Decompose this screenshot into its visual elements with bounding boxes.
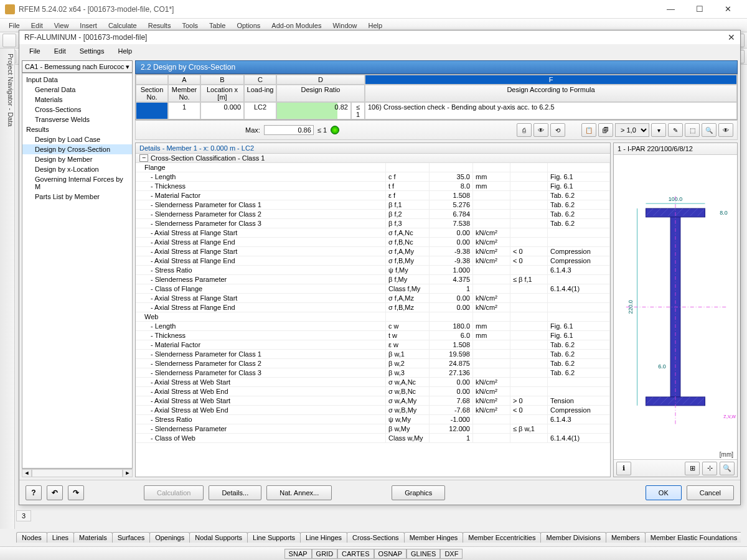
cs-tool-button[interactable]: ⊹ xyxy=(702,462,717,475)
tool-button[interactable]: 📋 xyxy=(581,123,596,137)
table-tab[interactable]: Member Divisions xyxy=(540,532,606,543)
tool-button[interactable]: ✎ xyxy=(668,123,683,137)
menu-results[interactable]: Results xyxy=(143,21,176,30)
nav-item[interactable]: Design by Member xyxy=(22,154,132,164)
status-glines[interactable]: GLINES xyxy=(406,549,440,559)
row-selector[interactable] xyxy=(136,102,168,119)
menu-table[interactable]: Table xyxy=(204,21,230,30)
menu-calculate[interactable]: Calculate xyxy=(103,21,142,30)
tool-button[interactable]: ▾ xyxy=(651,123,666,137)
filter-select[interactable]: > 1,0 xyxy=(615,123,649,137)
nav-item[interactable]: Materials xyxy=(22,95,132,105)
collapse-icon[interactable]: − xyxy=(139,154,148,162)
nav-hscroll[interactable]: ◄ ► xyxy=(22,469,133,477)
graphics-button[interactable]: Graphics xyxy=(392,485,445,500)
detail-row[interactable]: - Stress Ratioψ f,My1.0006.1.4.3 xyxy=(136,266,610,275)
detail-row[interactable]: - Axial Stress at Web Endσ w,B,Nc0.00kN/… xyxy=(136,387,610,396)
dlg-menu-file[interactable]: File xyxy=(23,46,47,56)
ok-button[interactable]: OK xyxy=(646,485,682,500)
table-tab[interactable]: Surfaces xyxy=(112,532,150,543)
nav-item[interactable]: Design by Cross-Section xyxy=(22,144,132,154)
info-button[interactable]: ℹ xyxy=(616,462,631,475)
grid-row[interactable]: 1 0.000 LC2 0.82 ≤ 1 106) Cross-section … xyxy=(136,102,737,119)
detail-row[interactable]: - Slenderness Parameter for Class 1β w,1… xyxy=(136,350,610,359)
detail-row[interactable]: - Class of WebClass w,My16.1.4.4(1) xyxy=(136,434,610,443)
details-button[interactable]: Details... xyxy=(209,485,261,500)
dialog-close-button[interactable]: ✕ xyxy=(728,32,735,42)
menu-edit[interactable]: Edit xyxy=(26,21,48,30)
menu-help[interactable]: Help xyxy=(364,21,388,30)
tool-button[interactable]: 🔍 xyxy=(702,123,716,137)
detail-row[interactable]: - Lengthc w180.0mmFig. 6.1 xyxy=(136,322,610,331)
tool-button[interactable]: ⬚ xyxy=(685,123,700,137)
detail-row[interactable]: - Stress Ratioψ w,My-1.0006.1.4.3 xyxy=(136,415,610,424)
cs-tool-button[interactable]: ⊞ xyxy=(685,462,700,475)
nav-item[interactable]: Transverse Welds xyxy=(22,114,132,124)
detail-row[interactable]: - Slenderness Parameterβ f,My4.375≤ β f,… xyxy=(136,275,610,284)
table-tab[interactable]: Line Hinges xyxy=(300,532,347,543)
table-tab[interactable]: Cross-Sections xyxy=(347,532,405,543)
tool-button[interactable]: ⟲ xyxy=(550,123,565,137)
cs-tool-button[interactable]: 🔍 xyxy=(720,462,735,475)
detail-row[interactable]: - Axial Stress at Web Endσ w,B,My-7.68kN… xyxy=(136,406,610,415)
case-selector[interactable]: CA1 - Bemessung nach Eurococ▾ xyxy=(22,60,133,73)
tool-button[interactable]: 🗐 xyxy=(598,123,613,137)
nav-results[interactable]: Results xyxy=(22,124,132,134)
table-tab[interactable]: Openings xyxy=(149,532,190,543)
max-value-field[interactable] xyxy=(264,125,314,135)
scroll-left-icon[interactable]: ◄ xyxy=(22,469,32,477)
detail-row[interactable]: - Thicknesst w6.0mmFig. 6.1 xyxy=(136,331,610,340)
table-tab[interactable]: Members xyxy=(606,532,646,543)
prev-button[interactable]: ↶ xyxy=(47,485,63,500)
detail-row[interactable]: - Slenderness Parameter for Class 3β f,3… xyxy=(136,219,610,228)
tool-button[interactable]: ⎙ xyxy=(517,123,532,137)
dlg-menu-edit[interactable]: Edit xyxy=(48,46,72,56)
nav-item[interactable]: Parts List by Member xyxy=(22,192,132,202)
detail-row[interactable]: - Axial Stress at Web Startσ w,A,Nc0.00k… xyxy=(136,378,610,387)
status-dxf[interactable]: DXF xyxy=(440,549,463,559)
next-button[interactable]: ↷ xyxy=(68,485,84,500)
results-grid[interactable]: A B C D F Section No. Member No. Locatio… xyxy=(135,74,738,120)
detail-row[interactable]: Flange xyxy=(136,163,610,172)
table-tab[interactable]: Nodal Supports xyxy=(189,532,248,543)
detail-row[interactable]: - Lengthc f35.0mmFig. 6.1 xyxy=(136,172,610,182)
detail-row[interactable]: - Slenderness Parameter for Class 3β w,3… xyxy=(136,368,610,378)
detail-row[interactable]: - Thicknesst f8.0mmFig. 6.1 xyxy=(136,182,610,191)
close-button[interactable]: ✕ xyxy=(714,1,742,18)
menu-file[interactable]: File xyxy=(4,21,25,30)
nav-input-data[interactable]: Input Data xyxy=(22,75,132,85)
menu-options[interactable]: Options xyxy=(232,21,265,30)
detail-row[interactable]: - Axial Stress at Flange Endσ f,B,Nc0.00… xyxy=(136,238,610,247)
help-button[interactable]: ? xyxy=(26,485,42,500)
menu-add-on-modules[interactable]: Add-on Modules xyxy=(266,21,326,30)
detail-row[interactable]: - Axial Stress at Flange Endσ f,B,Mz0.00… xyxy=(136,303,610,312)
dlg-menu-help[interactable]: Help xyxy=(111,46,138,56)
tool-button[interactable]: 👁 xyxy=(718,123,733,137)
table-tab[interactable]: Nodes xyxy=(16,532,47,543)
detail-row[interactable]: - Slenderness Parameterβ w,My12.000≤ β w… xyxy=(136,424,610,434)
detail-row[interactable]: - Material Factorε w1.508Tab. 6.2 xyxy=(136,340,610,350)
nav-item[interactable]: Cross-Sections xyxy=(22,105,132,114)
nav-item[interactable]: General Data xyxy=(22,85,132,95)
nav-item[interactable]: Governing Internal Forces by M xyxy=(22,174,132,192)
menu-view[interactable]: View xyxy=(49,21,74,30)
dlg-menu-settings[interactable]: Settings xyxy=(73,46,111,56)
menu-window[interactable]: Window xyxy=(327,21,362,30)
menu-tools[interactable]: Tools xyxy=(177,21,203,30)
table-tab[interactable]: Member Eccentricities xyxy=(463,532,541,543)
detail-row[interactable]: - Slenderness Parameter for Class 2β w,2… xyxy=(136,359,610,368)
menu-insert[interactable]: Insert xyxy=(75,21,102,30)
detail-row[interactable]: - Axial Stress at Flange Endσ f,B,My-9.3… xyxy=(136,256,610,266)
table-tab[interactable]: Materials xyxy=(73,532,113,543)
status-osnap[interactable]: OSNAP xyxy=(374,549,407,559)
status-snap[interactable]: SNAP xyxy=(284,549,312,559)
tool-button[interactable]: 👁 xyxy=(533,123,548,137)
calculation-button[interactable]: Calculation xyxy=(144,485,204,500)
status-cartes[interactable]: CARTES xyxy=(337,549,374,559)
detail-row[interactable]: - Slenderness Parameter for Class 2β f,2… xyxy=(136,210,610,219)
nav-item[interactable]: Design by Load Case xyxy=(22,134,132,144)
table-tab[interactable]: Lines xyxy=(47,532,74,543)
project-navigator-tab[interactable]: Project Navigator - Data xyxy=(0,49,15,529)
detail-row[interactable]: - Axial Stress at Flange Startσ f,A,Nc0.… xyxy=(136,228,610,238)
maximize-button[interactable]: ☐ xyxy=(685,1,713,18)
